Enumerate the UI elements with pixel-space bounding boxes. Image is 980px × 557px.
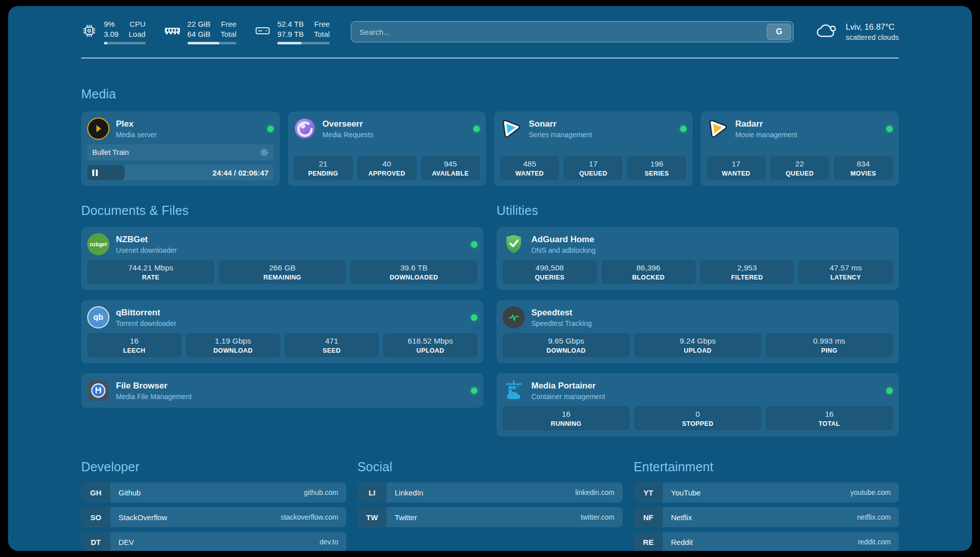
stat-tile: 16LEECH <box>87 333 181 357</box>
weather-condition: scattered clouds <box>845 33 899 41</box>
stat-tile: 9.24 GbpsUPLOAD <box>634 333 761 357</box>
status-online-dot <box>471 314 477 321</box>
memory-free: 22 GiB <box>188 19 211 29</box>
nzbget-icon: nzbget <box>87 233 109 255</box>
overseerr-icon <box>294 118 316 140</box>
stat-tile: 17WANTED <box>707 156 766 180</box>
link-reddit[interactable]: RE Reddit reddit.com <box>634 532 899 551</box>
memory-label-top: Free <box>220 19 236 29</box>
cpu-icon <box>81 23 97 41</box>
app-subtitle: Usenet downloader <box>116 246 177 254</box>
app-card-nzbget[interactable]: nzbget NZBGet Usenet downloader 744.21 M… <box>81 227 483 290</box>
memory-total: 64 GiB <box>188 29 211 39</box>
link-netflix[interactable]: NF Netflix netflix.com <box>634 507 899 527</box>
twitter-abbr-icon: TW <box>357 507 387 527</box>
disk-label-top: Free <box>314 19 330 29</box>
link-twitter[interactable]: TW Twitter twitter.com <box>357 507 623 527</box>
app-card-adguard[interactable]: AdGuard Home DNS and adblocking 498,508Q… <box>497 227 899 290</box>
stat-tile: 498,508QUERIES <box>503 260 597 284</box>
stat-tile: 834MOVIES <box>834 156 893 180</box>
playback-time: 24:44 / 02:06:47 <box>213 169 269 177</box>
stat-tile: 17QUEUED <box>564 156 623 180</box>
memory-progress-bar <box>188 42 237 44</box>
app-name: Speedtest <box>531 308 592 318</box>
memory-label-bottom: Total <box>220 29 236 39</box>
disk-total: 97.9 TB <box>277 29 303 39</box>
header: 9% 3.09 CPU Load <box>81 19 899 44</box>
plex-icon <box>87 118 109 140</box>
linkedin-abbr-icon: LI <box>357 482 387 503</box>
search-bar: G <box>351 21 793 42</box>
entertainment-section-title: Entertainment <box>634 460 899 474</box>
disk-stat: 52.4 TB 97.9 TB Free Total <box>255 19 330 44</box>
reddit-abbr-icon: RE <box>634 532 663 551</box>
app-subtitle: Media server <box>116 131 157 139</box>
app-name: Sonarr <box>529 119 592 129</box>
app-name: NZBGet <box>116 235 177 245</box>
now-playing-title: Bullet Train <box>92 148 129 156</box>
search-input[interactable] <box>351 21 793 42</box>
app-card-sonarr[interactable]: Sonarr Series management 485WANTED 17QUE… <box>494 112 693 186</box>
app-subtitle: Speedtest Tracking <box>531 319 592 327</box>
app-name: Plex <box>116 119 157 129</box>
stat-tile: 471SEED <box>285 333 379 357</box>
stat-tile: 945AVAILABLE <box>421 156 480 180</box>
developer-section-title: Developer <box>81 460 346 474</box>
app-subtitle: Media Requests <box>323 131 374 139</box>
app-card-portainer[interactable]: Media Portainer Container management 16R… <box>497 373 899 436</box>
netflix-abbr-icon: NF <box>634 507 663 527</box>
cloud-icon <box>815 21 838 43</box>
entertainment-section: Entertainment YT YouTube youtube.com NF … <box>634 460 899 551</box>
stat-tile: 2,953FILTERED <box>700 260 794 284</box>
cpu-usage: 9% <box>104 19 118 29</box>
utilities-section-title: Utilities <box>497 203 899 218</box>
status-online-dot <box>473 126 480 132</box>
app-name: Overseerr <box>323 119 374 129</box>
app-subtitle: Series management <box>529 131 592 139</box>
search-engine-button[interactable]: G <box>767 24 791 40</box>
app-subtitle: Container management <box>531 393 605 401</box>
stat-tile: 47.57 msLATENCY <box>799 260 893 284</box>
media-section-title: Media <box>81 87 899 101</box>
social-section: Social LI LinkedIn linkedin.com TW Twitt… <box>357 460 623 551</box>
stat-tile: 744.21 MbpsRATE <box>87 260 214 284</box>
app-subtitle: Movie management <box>736 131 798 139</box>
app-card-overseerr[interactable]: Overseerr Media Requests 21PENDING 40APP… <box>288 112 486 186</box>
playback-progress-bar: 24:44 / 02:06:47 <box>87 165 274 180</box>
app-card-qbittorrent[interactable]: qb qBittorrent Torrent downloader 16LEEC… <box>81 300 483 363</box>
link-youtube[interactable]: YT YouTube youtube.com <box>634 482 899 503</box>
now-playing-row: Bullet Train <box>87 144 274 160</box>
status-online-dot <box>267 126 274 132</box>
session-options-icon[interactable] <box>260 148 269 157</box>
app-name: Media Portainer <box>531 381 605 391</box>
link-stackoverflow[interactable]: SO StackOverflow stackoverflow.com <box>81 507 346 527</box>
cpu-label-bottom: Load <box>129 29 145 39</box>
link-linkedin[interactable]: LI LinkedIn linkedin.com <box>357 482 623 503</box>
stat-tile: 16RUNNING <box>503 406 630 430</box>
memory-stat: 22 GiB 64 GiB Free Total <box>164 19 237 44</box>
app-name: AdGuard Home <box>531 235 596 245</box>
app-card-speedtest[interactable]: Speedtest Speedtest Tracking 9.65 GbpsDO… <box>497 300 899 363</box>
app-subtitle: Media File Management <box>116 393 192 401</box>
link-dev[interactable]: DT DEV dev.to <box>81 532 346 551</box>
app-name: Radarr <box>736 119 798 129</box>
stat-tile: 21PENDING <box>294 156 353 180</box>
developer-section: Developer GH Github github.com SO StackO… <box>81 460 346 551</box>
link-github[interactable]: GH Github github.com <box>81 482 346 503</box>
documents-section-title: Documents & Files <box>81 203 483 218</box>
app-card-plex[interactable]: Plex Media server Bullet Train <box>81 112 280 186</box>
app-card-filebrowser[interactable]: File Browser Media File Management <box>81 373 483 408</box>
app-card-radarr[interactable]: Radarr Movie management 17WANTED 22QUEUE… <box>701 112 899 186</box>
portainer-icon <box>503 379 525 402</box>
status-online-dot <box>471 387 477 394</box>
stat-tile: 1.19 GbpsDOWNLOAD <box>186 333 280 357</box>
stat-tile: 485WANTED <box>500 156 559 180</box>
stat-tile: 39.6 TBDOWNLOADED <box>350 260 477 284</box>
stat-tile: 0.993 msPING <box>766 333 893 357</box>
disk-progress-bar <box>277 42 330 44</box>
disk-icon <box>255 24 271 39</box>
filebrowser-icon <box>87 379 109 402</box>
header-divider <box>81 58 899 59</box>
stat-tile: 16TOTAL <box>766 406 893 430</box>
app-window: 9% 3.09 CPU Load <box>8 6 972 551</box>
